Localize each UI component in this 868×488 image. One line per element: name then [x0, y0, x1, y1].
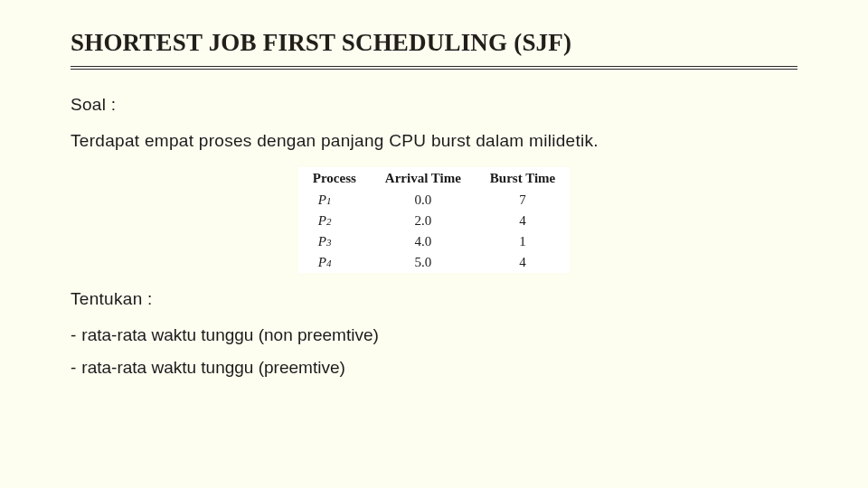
process-table: Process Arrival Time Burst Time P1 0.0 7… [298, 167, 570, 273]
title-rule [71, 66, 797, 70]
proc-base: P [318, 213, 326, 228]
cell-burst: 7 [476, 190, 570, 211]
cell-arrival: 2.0 [371, 211, 476, 231]
cell-burst: 4 [476, 211, 570, 231]
table-header-row: Process Arrival Time Burst Time [298, 167, 570, 190]
dash-icon: - [71, 358, 76, 378]
proc-base: P [318, 255, 326, 269]
soal-label: Soal : [71, 95, 797, 115]
process-table-wrap: Process Arrival Time Burst Time P1 0.0 7… [71, 167, 797, 273]
col-process: Process [298, 167, 371, 190]
cell-burst: 4 [476, 252, 570, 273]
proc-sub: 4 [326, 258, 332, 268]
bullet-text: rata-rata waktu tunggu (preemtive) [81, 358, 344, 377]
bullet-list: -rata-rata waktu tunggu (non preemtive) … [71, 325, 797, 378]
table-row: P2 2.0 4 [298, 211, 570, 231]
cell-process: P4 [298, 252, 371, 273]
cell-arrival: 0.0 [371, 190, 476, 211]
proc-sub: 1 [326, 195, 332, 206]
list-item: -rata-rata waktu tunggu (non preemtive) [71, 325, 797, 345]
list-item: -rata-rata waktu tunggu (preemtive) [71, 358, 797, 378]
proc-sub: 3 [326, 237, 332, 248]
cell-process: P3 [298, 231, 371, 252]
cell-process: P2 [298, 211, 371, 231]
proc-sub: 2 [326, 216, 332, 227]
proc-base: P [318, 192, 326, 207]
col-arrival: Arrival Time [371, 167, 476, 190]
cell-burst: 1 [476, 231, 570, 252]
dash-icon: - [71, 325, 76, 345]
table-row: P1 0.0 7 [298, 190, 570, 211]
table-row: P4 5.0 4 [298, 252, 570, 273]
page-title: SHORTEST JOB FIRST SCHEDULING (SJF) [71, 29, 797, 57]
proc-base: P [318, 234, 326, 249]
intro-text: Terdapat empat proses dengan panjang CPU… [71, 131, 797, 151]
cell-process: P1 [298, 190, 371, 211]
cell-arrival: 5.0 [371, 252, 476, 273]
tentukan-label: Tentukan : [71, 289, 797, 309]
slide: SHORTEST JOB FIRST SCHEDULING (SJF) Soal… [0, 0, 868, 488]
col-burst: Burst Time [476, 167, 570, 190]
cell-arrival: 4.0 [371, 231, 476, 252]
table-row: P3 4.0 1 [298, 231, 570, 252]
bullet-text: rata-rata waktu tunggu (non preemtive) [81, 325, 378, 344]
